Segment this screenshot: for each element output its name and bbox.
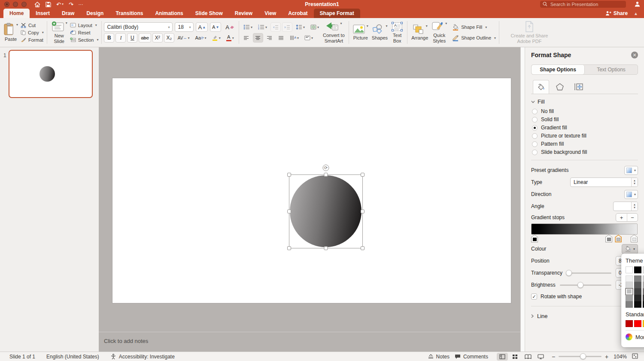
colour-swatch[interactable]: [634, 275, 641, 282]
tab-home[interactable]: Home: [3, 9, 30, 18]
colour-swatch-selected[interactable]: [626, 288, 633, 295]
gradient-stop-selected[interactable]: [615, 235, 622, 242]
colour-swatch[interactable]: [626, 301, 633, 308]
zoom-out-button[interactable]: −: [552, 353, 555, 360]
font-color-button[interactable]: A ▾: [224, 33, 236, 43]
gradient-stop[interactable]: [531, 235, 538, 242]
text-box-button[interactable]: A Text Box: [389, 21, 405, 44]
direction-button[interactable]: ▾: [624, 190, 638, 199]
zoom-percentage[interactable]: 104%: [614, 354, 627, 360]
tab-insert[interactable]: Insert: [30, 9, 56, 18]
colour-button[interactable]: ▾: [622, 244, 638, 254]
decrease-font-size-button[interactable]: A▼: [210, 22, 221, 32]
colour-swatch[interactable]: [634, 282, 641, 288]
gradient-stop[interactable]: [605, 235, 612, 242]
normal-view-button[interactable]: [497, 353, 508, 361]
tab-design[interactable]: Design: [80, 9, 109, 18]
font-size-combo[interactable]: 18▾: [175, 22, 194, 32]
accessibility-status[interactable]: Accessibility: Investigate: [110, 354, 175, 360]
stepper-arrows-icon[interactable]: ▲▼: [631, 202, 638, 211]
resize-handle-w[interactable]: [287, 210, 291, 214]
paste-button[interactable]: ▾ Paste: [2, 22, 20, 43]
slide-show-button[interactable]: [535, 353, 547, 361]
tab-acrobat[interactable]: Acrobat: [282, 9, 313, 18]
more-colours-item[interactable]: More Colours…: [626, 333, 644, 340]
convert-smartart-button[interactable]: ▾ Convert to SmartArt: [321, 21, 346, 44]
picture-button[interactable]: ▾ Picture: [351, 23, 370, 42]
language-status[interactable]: English (United States): [46, 354, 99, 360]
gradient-preview-bar[interactable]: [531, 223, 638, 235]
slide-sorter-view-button[interactable]: [510, 353, 521, 361]
tab-slide-show[interactable]: Slide Show: [189, 9, 229, 18]
align-text-button[interactable]: ▾: [302, 33, 315, 43]
arrange-button[interactable]: ▾ Arrange: [410, 23, 430, 42]
justify-button[interactable]: [276, 33, 286, 43]
colour-swatch[interactable]: [634, 288, 641, 295]
fill-section-header[interactable]: Fill: [531, 98, 638, 105]
rotation-handle[interactable]: ⟳: [323, 165, 329, 171]
transparency-slider[interactable]: [567, 272, 611, 274]
colour-swatch[interactable]: [626, 275, 633, 282]
notes-toggle[interactable]: Notes: [428, 354, 450, 360]
fit-slide-button[interactable]: [632, 353, 638, 360]
zoom-slider[interactable]: [559, 356, 601, 357]
italic-button[interactable]: I: [115, 33, 126, 43]
size-properties-tab[interactable]: [571, 80, 587, 94]
quick-styles-button[interactable]: ▾ Quick Styles: [430, 21, 449, 44]
bold-button[interactable]: B: [104, 33, 114, 43]
colour-swatch[interactable]: [626, 295, 633, 301]
preset-gradients-button[interactable]: ▾: [624, 166, 638, 175]
bullets-button[interactable]: ▾: [241, 22, 255, 32]
gradient-stop[interactable]: [631, 235, 638, 242]
add-gradient-stop-button[interactable]: +: [616, 214, 627, 221]
brightness-slider[interactable]: [560, 285, 611, 286]
notes-divider[interactable]: [99, 332, 520, 332]
notes-placeholder[interactable]: Click to add notes: [104, 338, 148, 344]
colour-swatch[interactable]: [626, 266, 633, 273]
align-center-button[interactable]: [253, 33, 263, 43]
new-slide-button[interactable]: ▾ New Slide: [49, 20, 69, 45]
font-name-combo[interactable]: Calibri (Body)▾: [104, 22, 173, 32]
vertical-scrollbar[interactable]: [520, 47, 525, 352]
align-left-button[interactable]: [241, 33, 252, 43]
zoom-in-button[interactable]: +: [605, 353, 608, 360]
tab-animations[interactable]: Animations: [149, 9, 189, 18]
fill-line-tab[interactable]: [533, 80, 549, 94]
colour-swatch[interactable]: [634, 301, 641, 308]
editor-canvas[interactable]: ⟳ Click to add notes: [99, 47, 520, 352]
colour-swatch[interactable]: [626, 282, 633, 288]
comments-toggle[interactable]: Comments: [455, 354, 488, 360]
resize-handle-sw[interactable]: [287, 246, 291, 250]
resize-handle-s[interactable]: [324, 246, 328, 250]
angle-field[interactable]: ▲▼: [613, 202, 638, 211]
cut-button[interactable]: Cut: [20, 22, 45, 28]
colour-swatch[interactable]: [634, 295, 641, 301]
resize-handle-se[interactable]: [361, 246, 365, 250]
increase-font-size-button[interactable]: A▲: [196, 22, 208, 32]
account-icon[interactable]: [634, 1, 641, 9]
shape-fill-button[interactable]: Shape Fill▾: [451, 24, 497, 31]
increase-indent-button[interactable]: [282, 22, 292, 32]
radio-pattern-fill[interactable]: Pattern fill: [532, 140, 638, 148]
resize-handle-e[interactable]: [361, 210, 365, 214]
decrease-indent-button[interactable]: [270, 22, 281, 32]
resize-handle-nw[interactable]: [287, 173, 291, 177]
shape-outline-button[interactable]: Shape Outline▾: [451, 34, 497, 42]
radio-picture-fill[interactable]: Picture or texture fill: [532, 132, 638, 140]
strikethrough-button[interactable]: abe: [139, 33, 151, 43]
remove-gradient-stop-button[interactable]: −: [627, 214, 638, 221]
collapse-ribbon-icon[interactable]: ▲: [634, 11, 638, 16]
clear-formatting-button[interactable]: A: [223, 22, 237, 32]
underline-button[interactable]: U: [127, 33, 137, 43]
tab-review[interactable]: Review: [229, 9, 258, 18]
align-right-button[interactable]: [264, 33, 275, 43]
shapes-button[interactable]: ▾ Shapes: [370, 23, 389, 42]
stepper-arrows-icon[interactable]: ▲▼: [631, 178, 638, 187]
tab-transitions[interactable]: Transitions: [109, 9, 149, 18]
layout-button[interactable]: Layout▾: [69, 22, 100, 28]
search-input[interactable]: [550, 1, 618, 7]
numbering-button[interactable]: 123 ▾: [256, 22, 269, 32]
section-button[interactable]: Section▾: [69, 37, 100, 43]
slide-thumbnail[interactable]: [9, 50, 93, 98]
effects-tab[interactable]: [552, 80, 568, 94]
